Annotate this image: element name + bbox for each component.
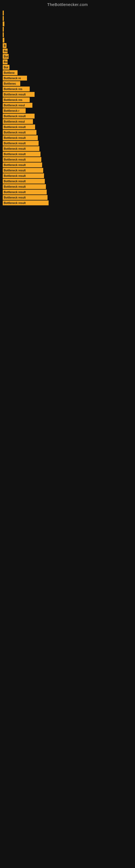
bar-row bbox=[3, 22, 135, 26]
bar-35: Bottleneck result bbox=[3, 200, 49, 205]
bar-row: B bbox=[3, 43, 135, 48]
bar-row: Bottleneck re bbox=[3, 76, 135, 81]
bar-17: Bottleneck resul bbox=[3, 103, 32, 108]
bar-19: Bottleneck result bbox=[3, 114, 35, 119]
bar-row: Bottleneck result bbox=[3, 130, 135, 135]
bar-label-19: Bottleneck result bbox=[4, 115, 26, 118]
bar-row: Bottleneck resul bbox=[3, 103, 135, 108]
bar-5 bbox=[3, 38, 4, 42]
bar-14: Bottleneck res bbox=[3, 87, 30, 91]
bar-row bbox=[3, 38, 135, 42]
bar-16: Bottleneck res bbox=[3, 97, 30, 102]
bar-row: Bottlene bbox=[3, 70, 135, 75]
bar-label-17: Bottleneck resul bbox=[4, 104, 25, 107]
bar-label-26: Bottleneck result bbox=[4, 153, 26, 156]
bar-row: Bottleneck result bbox=[3, 157, 135, 162]
bar-9: Bo bbox=[3, 59, 8, 64]
bar-29: Bottleneck result bbox=[3, 168, 43, 173]
bar-26: Bottleneck result bbox=[3, 152, 41, 156]
bar-7: Bo bbox=[3, 49, 8, 54]
bar-label-30: Bottleneck result bbox=[4, 175, 26, 177]
bar-row: Bottleneck result bbox=[3, 179, 135, 184]
bar-row: Bot bbox=[3, 65, 135, 70]
bar-row: Bottleneck result bbox=[3, 168, 135, 173]
bar-row: Bottleneck result bbox=[3, 184, 135, 189]
bar-15: Bottleneck result bbox=[3, 92, 35, 97]
bar-label-33: Bottleneck result bbox=[4, 191, 26, 194]
bar-label-20: Bottleneck resul bbox=[4, 120, 25, 123]
bar-label-10: Bot bbox=[4, 66, 8, 69]
bar-row: Bottleneck result bbox=[3, 173, 135, 178]
bar-label-24: Bottleneck result bbox=[4, 142, 26, 145]
bar-13: Bottlenec bbox=[3, 81, 20, 86]
bar-label-25: Bottleneck result bbox=[4, 147, 26, 150]
bar-row: Bottleneck r bbox=[3, 108, 135, 113]
bar-label-11: Bottlene bbox=[4, 71, 14, 74]
bar-row: Bottleneck result bbox=[3, 162, 135, 167]
bar-label-12: Bottleneck re bbox=[4, 77, 21, 80]
bar-row bbox=[3, 10, 135, 16]
bar-label-32: Bottleneck result bbox=[4, 185, 26, 188]
bar-1 bbox=[3, 16, 4, 21]
bar-label-31: Bottleneck result bbox=[4, 180, 26, 183]
bar-28: Bottleneck result bbox=[3, 162, 42, 167]
bar-33: Bottleneck result bbox=[3, 190, 47, 194]
bar-row bbox=[3, 16, 135, 21]
bar-row: Bottleneck result bbox=[3, 124, 135, 129]
bar-row: Bo bbox=[3, 49, 135, 54]
bar-label-35: Bottleneck result bbox=[4, 202, 26, 205]
bar-row: Bo bbox=[3, 59, 135, 64]
bar-row bbox=[3, 32, 135, 37]
bar-row: Bottleneck result bbox=[3, 114, 135, 119]
bar-20: Bottleneck resul bbox=[3, 119, 33, 124]
bar-row: Bottleneck res bbox=[3, 97, 135, 102]
bar-label-15: Bottleneck result bbox=[4, 93, 26, 96]
bar-row: Bottleneck resul bbox=[3, 119, 135, 124]
bar-6: B bbox=[3, 43, 6, 48]
bar-10: Bot bbox=[3, 65, 9, 70]
bar-label-23: Bottleneck result bbox=[4, 136, 26, 140]
bar-4 bbox=[3, 32, 4, 37]
bar-label-7: Bo bbox=[4, 50, 7, 53]
bar-row: Bottleneck result bbox=[3, 135, 135, 140]
bar-row: Bottlenec bbox=[3, 81, 135, 86]
bar-25: Bottleneck result bbox=[3, 146, 39, 151]
bar-12: Bottleneck re bbox=[3, 76, 27, 81]
bar-row: Bot bbox=[3, 54, 135, 59]
bar-22: Bottleneck result bbox=[3, 130, 37, 135]
bar-label-34: Bottleneck result bbox=[4, 196, 26, 199]
bar-row: Bottleneck result bbox=[3, 146, 135, 151]
bar-label-28: Bottleneck result bbox=[4, 163, 26, 166]
bar-row: Bottleneck res bbox=[3, 87, 135, 91]
bar-0 bbox=[3, 10, 4, 16]
bar-row: Bottleneck result bbox=[3, 195, 135, 200]
bar-label-9: Bo bbox=[4, 61, 7, 63]
site-title: TheBottlenecker.com bbox=[0, 0, 135, 8]
bar-label-13: Bottlenec bbox=[4, 82, 16, 85]
bar-11: Bottlene bbox=[3, 70, 17, 75]
bar-27: Bottleneck result bbox=[3, 157, 41, 162]
bar-row bbox=[3, 27, 135, 32]
bar-24: Bottleneck result bbox=[3, 141, 39, 146]
bar-label-27: Bottleneck result bbox=[4, 158, 26, 161]
bar-label-6: B bbox=[4, 44, 6, 47]
bar-label-8: Bot bbox=[4, 55, 8, 58]
bar-label-22: Bottleneck result bbox=[4, 131, 26, 134]
bar-label-29: Bottleneck result bbox=[4, 169, 26, 172]
bar-18: Bottleneck r bbox=[3, 108, 26, 113]
bar-label-14: Bottleneck res bbox=[4, 88, 22, 91]
bar-row: Bottleneck result bbox=[3, 200, 135, 205]
bar-8: Bot bbox=[3, 54, 9, 59]
bars-container: BBoBotBoBotBottleneBottleneck reBottlene… bbox=[0, 8, 135, 209]
bar-23: Bottleneck result bbox=[3, 135, 38, 140]
bar-row: Bottleneck result bbox=[3, 92, 135, 97]
bar-label-16: Bottleneck res bbox=[4, 98, 22, 101]
bar-30: Bottleneck result bbox=[3, 173, 44, 178]
bar-34: Bottleneck result bbox=[3, 195, 48, 200]
bar-3 bbox=[3, 27, 4, 32]
bar-label-18: Bottleneck r bbox=[4, 109, 19, 112]
bar-row: Bottleneck result bbox=[3, 152, 135, 156]
bar-row: Bottleneck result bbox=[3, 190, 135, 194]
bar-31: Bottleneck result bbox=[3, 179, 45, 184]
bar-row: Bottleneck result bbox=[3, 141, 135, 146]
